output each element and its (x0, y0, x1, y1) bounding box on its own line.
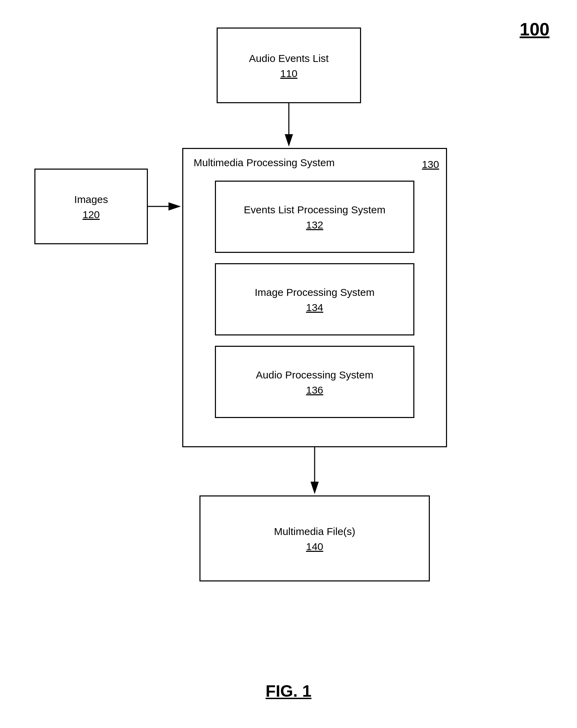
events-list-processing-box: Events List Processing System 132 (215, 181, 414, 253)
images-label: Images (71, 193, 111, 206)
audio-events-list-label: Audio Events List (246, 52, 332, 65)
audio-processing-ref: 136 (306, 384, 323, 396)
images-ref: 120 (83, 209, 100, 221)
image-processing-ref: 134 (306, 302, 323, 313)
images-box: Images 120 (34, 169, 148, 244)
audio-processing-label: Audio Processing System (252, 368, 377, 382)
diagram-ref: 100 (520, 19, 549, 40)
events-list-processing-ref: 132 (306, 219, 323, 231)
multimedia-processing-label: Multimedia Processing System (190, 156, 338, 170)
multimedia-files-ref: 140 (306, 541, 323, 553)
diagram-container: 100 Audio Events List 110 Images 120 Mul… (0, 0, 577, 728)
audio-events-list-ref: 110 (280, 68, 297, 79)
multimedia-files-box: Multimedia File(s) 140 (199, 495, 430, 581)
image-processing-box: Image Processing System 134 (215, 263, 414, 335)
multimedia-files-label: Multimedia File(s) (271, 525, 359, 538)
multimedia-processing-ref: 130 (422, 159, 439, 170)
events-list-processing-label: Events List Processing System (240, 203, 389, 216)
audio-processing-box: Audio Processing System 136 (215, 346, 414, 418)
figure-label: FIG. 1 (265, 682, 311, 700)
audio-events-list-box: Audio Events List 110 (217, 28, 361, 103)
multimedia-processing-box: Multimedia Processing System 130 Events … (182, 148, 447, 447)
image-processing-label: Image Processing System (251, 286, 378, 299)
